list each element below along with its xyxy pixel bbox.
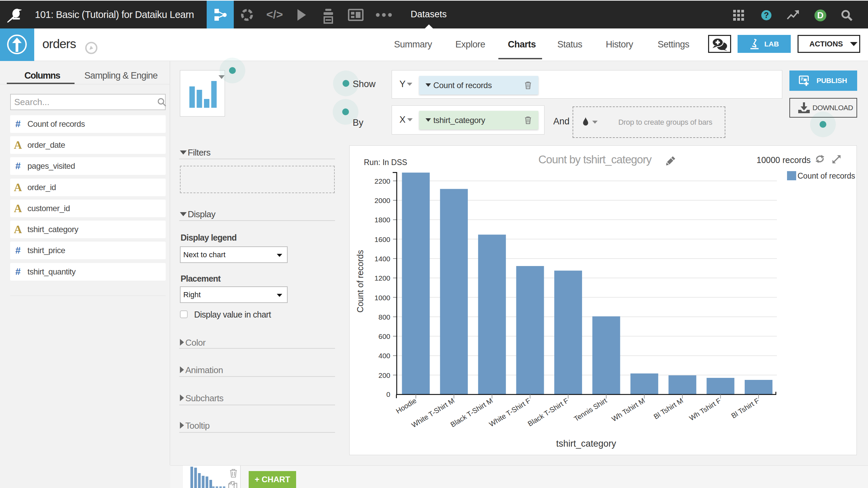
svg-text:Black T-Shirt M: Black T-Shirt M [449, 396, 494, 429]
svg-text:1800: 1800 [374, 216, 390, 224]
svg-text:White T-Shirt M: White T-Shirt M [410, 396, 456, 429]
svg-text:Wh Tshirt F: Wh Tshirt F [688, 396, 722, 422]
svg-text:Tennis Shirt: Tennis Shirt [573, 396, 608, 423]
svg-text:Black T-Shirt F: Black T-Shirt F [526, 396, 570, 428]
svg-text:Wh Tshirt M: Wh Tshirt M [610, 396, 646, 423]
svg-text:Bl Tshirt M: Bl Tshirt M [652, 396, 684, 421]
svg-text:White T-Shirt F: White T-Shirt F [488, 396, 532, 428]
svg-text:800: 800 [378, 313, 390, 321]
svg-text:Count of records: Count of records [355, 250, 365, 313]
svg-text:600: 600 [378, 332, 390, 340]
svg-text:200: 200 [378, 371, 390, 379]
svg-text:2000: 2000 [374, 197, 390, 204]
svg-text:1200: 1200 [374, 274, 390, 282]
svg-text:2200: 2200 [374, 177, 390, 185]
svg-text:tshirt_category: tshirt_category [556, 439, 616, 449]
svg-text:Hoodie: Hoodie [394, 396, 418, 415]
svg-text:400: 400 [378, 352, 390, 360]
svg-text:1000: 1000 [374, 294, 390, 302]
svg-text:Bl Tshirt F: Bl Tshirt F [730, 396, 761, 420]
svg-text:1400: 1400 [374, 255, 390, 263]
svg-text:1600: 1600 [374, 236, 390, 243]
svg-text:0: 0 [386, 390, 390, 398]
